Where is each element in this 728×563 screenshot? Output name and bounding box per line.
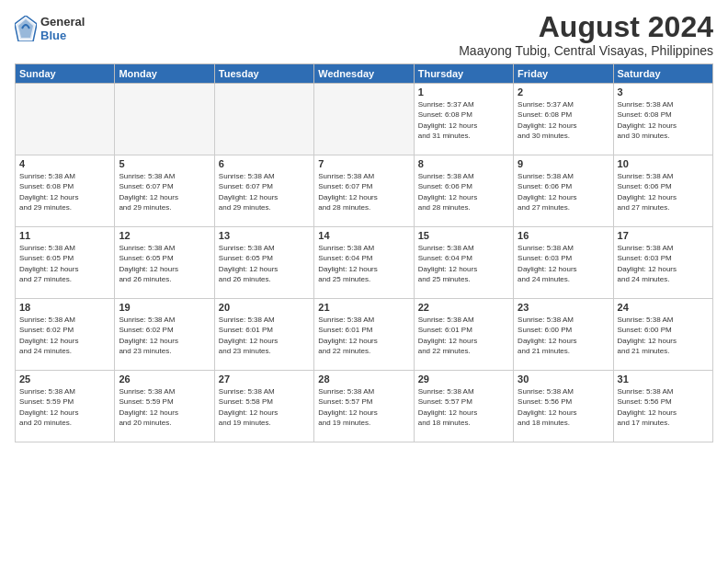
day-info: Sunrise: 5:38 AM Sunset: 6:00 PM Dayligh… [618, 315, 709, 356]
day-info: Sunrise: 5:38 AM Sunset: 6:01 PM Dayligh… [219, 315, 310, 356]
day-number: 28 [318, 373, 409, 385]
calendar-cell: 4Sunrise: 5:38 AM Sunset: 6:08 PM Daylig… [16, 155, 115, 227]
calendar-cell: 8Sunrise: 5:38 AM Sunset: 6:06 PM Daylig… [414, 155, 513, 227]
day-number: 14 [318, 230, 409, 241]
calendar-cell: 30Sunrise: 5:38 AM Sunset: 5:56 PM Dayli… [514, 371, 613, 442]
weekday-header: Friday [514, 64, 613, 84]
day-info: Sunrise: 5:38 AM Sunset: 6:00 PM Dayligh… [518, 315, 609, 356]
day-number: 6 [219, 158, 310, 169]
day-number: 21 [318, 302, 409, 313]
day-number: 30 [518, 373, 609, 385]
day-info: Sunrise: 5:38 AM Sunset: 6:07 PM Dayligh… [318, 171, 409, 213]
calendar-cell [214, 84, 313, 155]
page: General Blue August 2024 Maayong Tubig, … [0, 0, 728, 563]
calendar-cell: 18Sunrise: 5:38 AM Sunset: 6:02 PM Dayli… [16, 299, 115, 371]
day-info: Sunrise: 5:38 AM Sunset: 5:56 PM Dayligh… [518, 386, 609, 428]
logo-text: General Blue [40, 15, 85, 42]
header: General Blue August 2024 Maayong Tubig, … [15, 11, 713, 58]
title-area: August 2024 Maayong Tubig, Central Visay… [459, 11, 713, 58]
calendar-cell: 7Sunrise: 5:38 AM Sunset: 6:07 PM Daylig… [314, 155, 414, 227]
day-number: 4 [19, 158, 110, 169]
logo-icon [15, 16, 37, 41]
day-number: 8 [418, 158, 509, 169]
calendar-cell: 24Sunrise: 5:38 AM Sunset: 6:00 PM Dayli… [613, 299, 712, 371]
day-info: Sunrise: 5:38 AM Sunset: 5:58 PM Dayligh… [219, 386, 310, 428]
calendar-cell: 19Sunrise: 5:38 AM Sunset: 6:02 PM Dayli… [115, 299, 214, 371]
day-info: Sunrise: 5:38 AM Sunset: 6:07 PM Dayligh… [219, 171, 310, 213]
day-number: 9 [518, 158, 609, 169]
calendar-cell: 23Sunrise: 5:38 AM Sunset: 6:00 PM Dayli… [514, 299, 613, 371]
calendar-week-row: 4Sunrise: 5:38 AM Sunset: 6:08 PM Daylig… [16, 155, 713, 227]
calendar-cell: 26Sunrise: 5:38 AM Sunset: 5:59 PM Dayli… [115, 371, 214, 442]
weekday-header: Monday [115, 64, 214, 84]
day-number: 31 [618, 373, 709, 385]
day-info: Sunrise: 5:38 AM Sunset: 6:08 PM Dayligh… [618, 99, 709, 141]
calendar-week-row: 11Sunrise: 5:38 AM Sunset: 6:05 PM Dayli… [16, 227, 713, 299]
calendar-cell: 5Sunrise: 5:38 AM Sunset: 6:07 PM Daylig… [115, 155, 214, 227]
calendar-cell: 31Sunrise: 5:38 AM Sunset: 5:56 PM Dayli… [613, 371, 712, 442]
day-info: Sunrise: 5:38 AM Sunset: 5:57 PM Dayligh… [318, 386, 409, 428]
day-info: Sunrise: 5:37 AM Sunset: 6:08 PM Dayligh… [418, 99, 509, 141]
day-info: Sunrise: 5:38 AM Sunset: 6:02 PM Dayligh… [119, 315, 210, 356]
weekday-header: Sunday [16, 64, 115, 84]
weekday-header: Wednesday [314, 64, 414, 84]
day-number: 7 [318, 158, 409, 169]
day-number: 27 [219, 373, 310, 385]
day-number: 13 [219, 230, 310, 241]
day-number: 5 [119, 158, 210, 169]
calendar-cell: 6Sunrise: 5:38 AM Sunset: 6:07 PM Daylig… [214, 155, 313, 227]
day-info: Sunrise: 5:38 AM Sunset: 6:05 PM Dayligh… [119, 243, 210, 284]
calendar-cell [115, 84, 214, 155]
day-info: Sunrise: 5:38 AM Sunset: 5:59 PM Dayligh… [19, 386, 110, 428]
location-title: Maayong Tubig, Central Visayas, Philippi… [459, 43, 713, 58]
calendar-cell: 11Sunrise: 5:38 AM Sunset: 6:05 PM Dayli… [16, 227, 115, 299]
calendar-cell [16, 84, 115, 155]
day-number: 12 [119, 230, 210, 241]
calendar-week-row: 1Sunrise: 5:37 AM Sunset: 6:08 PM Daylig… [16, 84, 713, 155]
calendar-cell: 3Sunrise: 5:38 AM Sunset: 6:08 PM Daylig… [613, 84, 712, 155]
calendar-cell: 22Sunrise: 5:38 AM Sunset: 6:01 PM Dayli… [414, 299, 513, 371]
calendar-cell: 21Sunrise: 5:38 AM Sunset: 6:01 PM Dayli… [314, 299, 414, 371]
day-info: Sunrise: 5:38 AM Sunset: 6:08 PM Dayligh… [19, 171, 110, 213]
day-info: Sunrise: 5:38 AM Sunset: 6:01 PM Dayligh… [318, 315, 409, 356]
day-number: 22 [418, 302, 509, 313]
calendar-week-row: 18Sunrise: 5:38 AM Sunset: 6:02 PM Dayli… [16, 299, 713, 371]
day-number: 1 [418, 86, 509, 98]
day-info: Sunrise: 5:38 AM Sunset: 6:07 PM Dayligh… [119, 171, 210, 213]
day-info: Sunrise: 5:38 AM Sunset: 6:03 PM Dayligh… [518, 243, 609, 284]
day-info: Sunrise: 5:37 AM Sunset: 6:08 PM Dayligh… [518, 99, 609, 141]
calendar-cell: 15Sunrise: 5:38 AM Sunset: 6:04 PM Dayli… [414, 227, 513, 299]
calendar-cell: 1Sunrise: 5:37 AM Sunset: 6:08 PM Daylig… [414, 84, 513, 155]
calendar-cell: 16Sunrise: 5:38 AM Sunset: 6:03 PM Dayli… [514, 227, 613, 299]
day-info: Sunrise: 5:38 AM Sunset: 6:04 PM Dayligh… [318, 243, 409, 284]
day-info: Sunrise: 5:38 AM Sunset: 6:06 PM Dayligh… [418, 171, 509, 213]
day-info: Sunrise: 5:38 AM Sunset: 5:56 PM Dayligh… [618, 386, 709, 428]
day-number: 20 [219, 302, 310, 313]
day-info: Sunrise: 5:38 AM Sunset: 6:03 PM Dayligh… [618, 243, 709, 284]
calendar-cell: 27Sunrise: 5:38 AM Sunset: 5:58 PM Dayli… [214, 371, 313, 442]
day-info: Sunrise: 5:38 AM Sunset: 6:04 PM Dayligh… [418, 243, 509, 284]
day-number: 18 [19, 302, 110, 313]
day-info: Sunrise: 5:38 AM Sunset: 5:59 PM Dayligh… [119, 386, 210, 428]
calendar-cell: 13Sunrise: 5:38 AM Sunset: 6:05 PM Dayli… [214, 227, 313, 299]
weekday-header: Tuesday [214, 64, 313, 84]
calendar-table: SundayMondayTuesdayWednesdayThursdayFrid… [15, 63, 713, 442]
day-info: Sunrise: 5:38 AM Sunset: 6:06 PM Dayligh… [518, 171, 609, 213]
calendar-cell: 2Sunrise: 5:37 AM Sunset: 6:08 PM Daylig… [514, 84, 613, 155]
day-number: 17 [618, 230, 709, 241]
calendar-cell: 14Sunrise: 5:38 AM Sunset: 6:04 PM Dayli… [314, 227, 414, 299]
day-info: Sunrise: 5:38 AM Sunset: 6:01 PM Dayligh… [418, 315, 509, 356]
day-number: 26 [119, 373, 210, 385]
calendar-week-row: 25Sunrise: 5:38 AM Sunset: 5:59 PM Dayli… [16, 371, 713, 442]
calendar-cell: 29Sunrise: 5:38 AM Sunset: 5:57 PM Dayli… [414, 371, 513, 442]
day-number: 19 [119, 302, 210, 313]
day-number: 2 [518, 86, 609, 98]
day-number: 25 [19, 373, 110, 385]
calendar-cell: 10Sunrise: 5:38 AM Sunset: 6:06 PM Dayli… [613, 155, 712, 227]
logo-general: General [40, 15, 85, 29]
day-number: 23 [518, 302, 609, 313]
day-info: Sunrise: 5:38 AM Sunset: 5:57 PM Dayligh… [418, 386, 509, 428]
weekday-header: Thursday [414, 64, 513, 84]
day-info: Sunrise: 5:38 AM Sunset: 6:05 PM Dayligh… [219, 243, 310, 284]
day-number: 29 [418, 373, 509, 385]
